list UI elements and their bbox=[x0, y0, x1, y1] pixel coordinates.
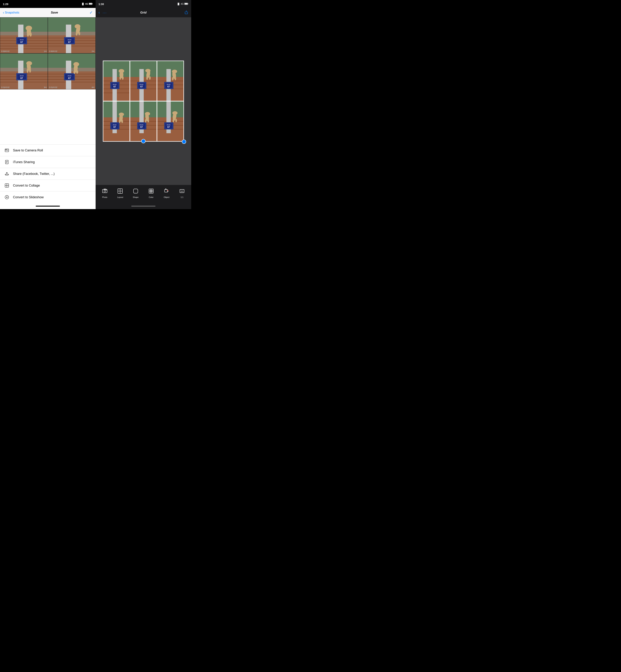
svg-point-103 bbox=[122, 76, 124, 80]
svg-rect-88 bbox=[185, 3, 188, 4]
share-button-right[interactable] bbox=[184, 10, 188, 15]
collage-cell-1: 新生路 67 bbox=[104, 61, 129, 101]
menu-item-share-social[interactable]: Share (Facebook, Twitter, ...) bbox=[0, 168, 95, 180]
object-tool-icon bbox=[163, 187, 170, 195]
svg-text:67: 67 bbox=[167, 126, 170, 128]
nav-title-save: Save bbox=[51, 11, 58, 14]
svg-text:新生路: 新生路 bbox=[20, 75, 24, 77]
svg-point-104 bbox=[119, 76, 121, 80]
object-tool-label: Object bbox=[164, 196, 170, 198]
toolbar-item-object[interactable]: Object bbox=[161, 187, 172, 198]
svg-point-163 bbox=[145, 119, 147, 123]
color-tool-icon bbox=[147, 187, 155, 195]
signal-icon-right: ▐▌ bbox=[177, 3, 180, 5]
battery-icon-right bbox=[184, 3, 188, 5]
svg-text:新生路: 新生路 bbox=[167, 124, 170, 126]
menu-item-convert-slideshow[interactable]: Convert to Slideshow bbox=[0, 191, 95, 203]
toolbar-item-photo[interactable]: Photo bbox=[99, 187, 110, 198]
svg-rect-87 bbox=[188, 3, 188, 4]
grid-canvas-area: 新生路 67 bbox=[95, 17, 191, 185]
toolbar-item-color[interactable]: Color bbox=[146, 187, 157, 198]
svg-point-164 bbox=[148, 119, 149, 123]
toolbar-item-shape[interactable]: Shape bbox=[130, 187, 141, 198]
index-1: 1/4 bbox=[44, 50, 46, 52]
menu-label-share-social: Share (Facebook, Twitter, ...) bbox=[13, 172, 55, 176]
battery-icon-left bbox=[89, 3, 93, 5]
svg-point-53 bbox=[27, 69, 29, 73]
photo-cell-4[interactable]: 新生路 67 0:01/0:02 4/4 bbox=[48, 53, 95, 89]
svg-text:67: 67 bbox=[20, 41, 23, 43]
photo-cell-3[interactable]: 新生路 67 0:01/0:02 3/4 bbox=[0, 53, 48, 89]
checkmark-button[interactable]: ✓ bbox=[89, 10, 93, 15]
collage-cell-3: 新生路 67 bbox=[157, 61, 183, 101]
menu-item-itunes-sharing[interactable]: iTunes Sharing bbox=[0, 156, 95, 168]
index-2: 2/4 bbox=[92, 50, 94, 52]
svg-point-37 bbox=[76, 32, 78, 36]
more-button-right[interactable]: ··· bbox=[102, 11, 107, 15]
svg-rect-56 bbox=[48, 53, 95, 68]
photo-tool-label: Photo bbox=[102, 196, 107, 198]
svg-point-19 bbox=[30, 32, 32, 37]
status-icons-left: ▐▌ 4G bbox=[81, 3, 93, 5]
svg-rect-189 bbox=[133, 189, 138, 193]
collage-grid[interactable]: 新生路 67 bbox=[103, 60, 184, 142]
color-tool-label: Color bbox=[149, 196, 154, 198]
index-3: 3/4 bbox=[44, 86, 46, 89]
svg-point-119 bbox=[146, 77, 148, 80]
menu-label-convert-collage: Convert to Collage bbox=[13, 184, 40, 187]
svg-point-36 bbox=[78, 32, 80, 35]
svg-text:67: 67 bbox=[114, 126, 116, 128]
svg-text:67: 67 bbox=[68, 77, 71, 80]
status-bar-left: 1:29 ▐▌ 4G bbox=[0, 0, 95, 8]
svg-text:67: 67 bbox=[140, 126, 143, 128]
svg-rect-22 bbox=[48, 17, 95, 32]
svg-point-179 bbox=[172, 119, 174, 123]
svg-text:67: 67 bbox=[140, 85, 143, 88]
collage-cell-6: 新生路 67 bbox=[157, 101, 183, 141]
svg-point-118 bbox=[149, 76, 151, 80]
white-space bbox=[0, 89, 95, 144]
svg-point-134 bbox=[174, 77, 176, 80]
svg-text:新生路: 新生路 bbox=[113, 124, 117, 126]
photo-cell-2[interactable]: 新生路 67 0:00/0:02 2/4 bbox=[48, 17, 95, 53]
menu-label-save-camera-roll: Save to Camera Roll bbox=[13, 148, 43, 152]
status-bar-right: 1:30 ▐▌ 4G bbox=[95, 0, 191, 8]
collage-cell-5: 新生路 67 bbox=[130, 101, 156, 141]
collage-cell-2: 新生路 67 bbox=[130, 61, 156, 101]
svg-point-181 bbox=[104, 190, 106, 192]
photo-cell-1[interactable]: 新生路 67 0:00/0:02 1/4 bbox=[0, 17, 48, 53]
network-right: 4G bbox=[181, 3, 183, 5]
grid-resize-handle-center[interactable] bbox=[141, 139, 146, 143]
grid-resize-handle-br[interactable] bbox=[182, 139, 186, 144]
collage-cell-4: 新生路 67 bbox=[104, 101, 129, 141]
svg-rect-73 bbox=[6, 149, 7, 150]
svg-text:67: 67 bbox=[167, 85, 170, 88]
svg-text:新生路: 新生路 bbox=[113, 84, 117, 85]
toolbar-item-layout[interactable]: Layout bbox=[115, 187, 126, 198]
play-circle-icon bbox=[4, 195, 9, 200]
svg-point-80 bbox=[6, 175, 8, 176]
svg-text:新生路: 新生路 bbox=[140, 124, 143, 126]
chevron-left-icon: ‹ bbox=[3, 10, 4, 14]
back-button-right[interactable]: ‹ bbox=[98, 10, 100, 15]
nav-bar-left: ‹ Snapshots Save ✓ bbox=[0, 8, 95, 17]
menu-label-itunes-sharing: iTunes Sharing bbox=[13, 160, 35, 164]
share-upload-icon bbox=[4, 171, 9, 176]
menu-sheet: Save to Camera Roll iTunes Sharing bbox=[0, 144, 95, 203]
back-button-left[interactable]: ‹ Snapshots bbox=[3, 10, 19, 14]
svg-text:新生路: 新生路 bbox=[68, 39, 72, 40]
collage-icon bbox=[4, 183, 9, 188]
left-panel: 1:29 ▐▌ 4G ‹ Snapshots Save ✓ bbox=[0, 0, 95, 209]
signal-icon-left: ▐▌ bbox=[81, 3, 84, 5]
photo-tool-icon bbox=[101, 187, 109, 195]
timecode-1: 0:00/0:02 bbox=[1, 50, 9, 52]
ratio-tool-label: 1:1 bbox=[180, 196, 183, 198]
svg-point-178 bbox=[175, 119, 177, 122]
svg-point-54 bbox=[29, 68, 31, 73]
toolbar-item-ratio[interactable]: 1:1 1:1 bbox=[176, 187, 188, 198]
home-indicator-right bbox=[95, 203, 191, 209]
svg-rect-2 bbox=[89, 3, 92, 4]
menu-item-save-camera-roll[interactable]: Save to Camera Roll bbox=[0, 144, 95, 156]
menu-item-convert-collage[interactable]: Convert to Collage bbox=[0, 180, 95, 191]
nav-left-group-right: ‹ ··· bbox=[98, 10, 107, 15]
